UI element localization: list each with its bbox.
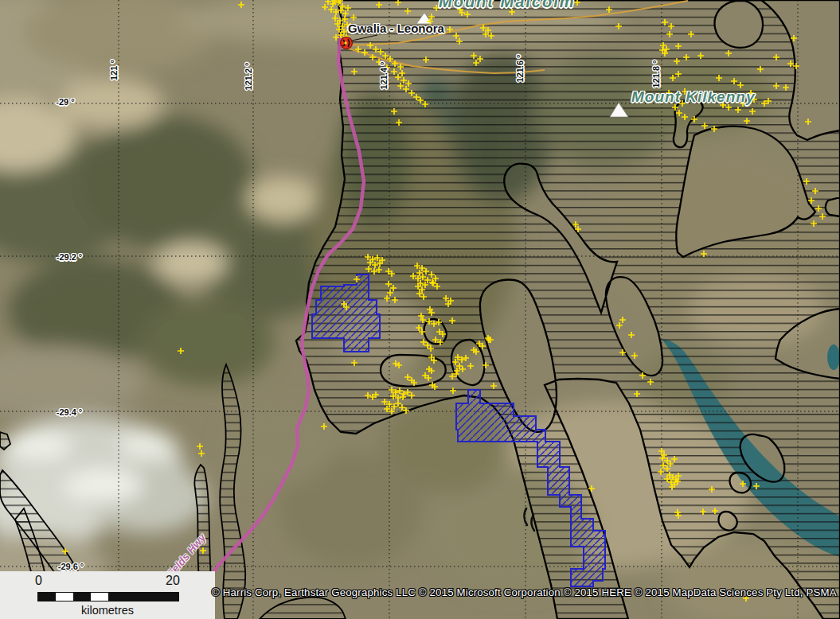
longitude-label: 121.2 ° xyxy=(244,63,253,91)
longitude-label: 121.4 ° xyxy=(379,62,389,90)
mount-malcolm-label: Mount Malcolm xyxy=(439,0,576,11)
latitude-label: -29 ° xyxy=(56,97,74,107)
scale-end-label: 20 xyxy=(166,574,180,588)
longitude-label: 121.6 ° xyxy=(515,55,525,83)
scale-unit-label: kilometres xyxy=(0,604,215,617)
scale-bar-panel: 0 20 kilometres xyxy=(0,571,215,619)
mine-glyph-dot xyxy=(344,41,346,44)
latitude-label: -29.6 ° xyxy=(58,562,84,571)
latitude-label: -29.4 ° xyxy=(57,407,83,417)
longitude-label: 121 ° xyxy=(109,60,119,80)
scale-bar xyxy=(37,592,179,601)
site-squiggle xyxy=(524,508,527,525)
mount-kilkenny-label: Mount Kilkenny xyxy=(631,88,755,106)
scale-start-label: 0 xyxy=(35,574,42,588)
attribution-text: © Harris Corp, Earthstar Geographics LLC… xyxy=(212,586,837,598)
longitude-label: 121.8 ° xyxy=(651,60,661,88)
hatched-region xyxy=(296,0,840,619)
map-canvas[interactable]: Gwalia - Leonora Mount Malcolm Mount Kil… xyxy=(0,0,840,619)
hatched-strip xyxy=(220,364,245,619)
latitude-label: -29.2 ° xyxy=(57,252,83,262)
gwalia-leonora-label: Gwalia - Leonora xyxy=(348,21,444,35)
hatched-strip xyxy=(260,598,346,619)
hatched-strip xyxy=(0,432,10,450)
